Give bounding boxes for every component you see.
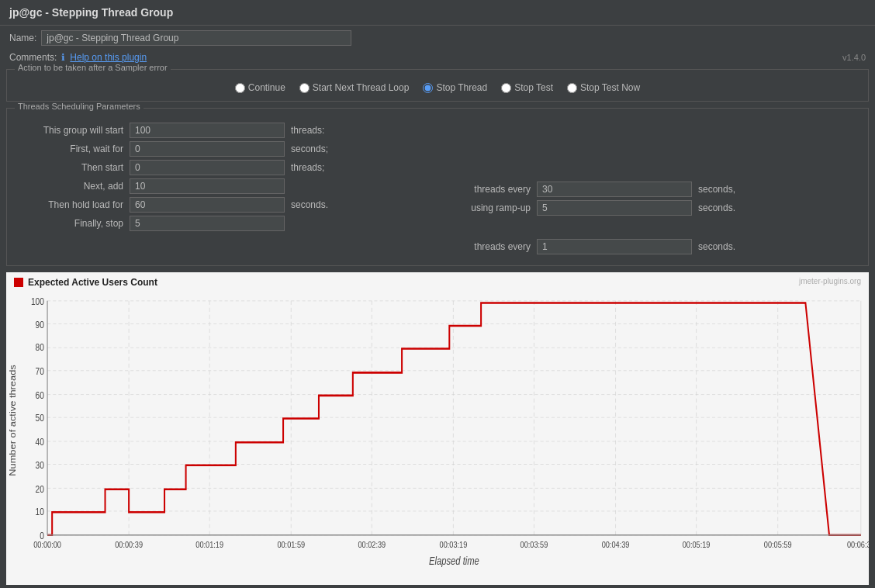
input-this-group-will-start[interactable] [130, 123, 285, 138]
label-using-ramp-up: using ramp-up [438, 202, 531, 213]
threads-left-col: This group will start threads: First, wa… [15, 123, 438, 258]
radio-stop-test[interactable]: Stop Test [501, 82, 553, 93]
svg-text:80: 80 [36, 341, 44, 352]
unit-threads-every-1: seconds, [698, 184, 735, 195]
label-next-add: Next, add [15, 181, 123, 192]
chart-legend-dot [14, 278, 23, 287]
radio-stop-thread[interactable]: Stop Thread [423, 82, 487, 93]
threads-right-col: threads every seconds, using ramp-up sec… [438, 123, 860, 258]
svg-text:100: 100 [31, 296, 44, 306]
threads-section: Threads Scheduling Parameters This group… [6, 108, 869, 266]
label-then-hold: Then hold load for [15, 199, 123, 210]
info-icon: ℹ [61, 52, 65, 63]
svg-text:70: 70 [36, 365, 44, 376]
radio-stop-test-input[interactable] [501, 83, 511, 93]
chart-title-row: Expected Active Users Count [6, 272, 165, 289]
label-then-start: Then start [15, 162, 123, 173]
radio-continue-input[interactable] [235, 83, 245, 93]
chart-svg: 0 10 20 30 40 50 60 70 80 90 100 00:00:0… [6, 291, 869, 585]
unit-threads-every-2: seconds. [698, 241, 735, 252]
label-this-group-will-start: This group will start [15, 125, 123, 136]
svg-text:60: 60 [36, 389, 44, 400]
svg-text:00:03:59: 00:03:59 [521, 540, 548, 549]
svg-text:40: 40 [36, 436, 44, 447]
svg-text:00:01:19: 00:01:19 [195, 540, 223, 549]
radio-start-next[interactable]: Start Next Thread Loop [299, 82, 410, 93]
input-next-add[interactable] [130, 178, 285, 194]
svg-text:00:02:39: 00:02:39 [358, 540, 386, 549]
title-bar: jp@gc - Stepping Thread Group [0, 0, 875, 26]
svg-text:10: 10 [36, 506, 44, 517]
radio-stop-test-label: Stop Test [514, 82, 553, 93]
row-using-ramp-up: using ramp-up seconds. [438, 200, 860, 216]
error-radio-group: Continue Start Next Thread Loop Stop Thr… [15, 82, 860, 93]
radio-stop-test-now[interactable]: Stop Test Now [567, 82, 640, 93]
window-title: jp@gc - Stepping Thread Group [9, 6, 173, 19]
name-input[interactable] [41, 30, 351, 46]
label-threads-every-1: threads every [438, 184, 531, 195]
svg-text:00:06:39: 00:06:39 [847, 540, 869, 549]
row-this-group-will-start: This group will start threads: [15, 123, 438, 138]
row-first-wait-for: First, wait for seconds; [15, 141, 438, 157]
svg-text:00:01:59: 00:01:59 [277, 540, 305, 549]
unit-then-start: threads; [291, 162, 324, 173]
threads-section-title: Threads Scheduling Parameters [15, 102, 144, 111]
svg-text:00:04:39: 00:04:39 [602, 540, 630, 549]
radio-start-next-label: Start Next Thread Loop [313, 82, 410, 93]
row-next-add: Next, add [15, 178, 438, 194]
input-threads-every-2[interactable] [537, 239, 692, 254]
row-then-hold: Then hold load for seconds. [15, 197, 438, 213]
label-threads-every-2: threads every [438, 241, 531, 252]
version-label: v1.4.0 [842, 53, 866, 62]
svg-text:00:05:59: 00:05:59 [764, 540, 792, 549]
label-finally-stop: Finally, stop [15, 218, 123, 229]
svg-text:00:00:00: 00:00:00 [33, 540, 61, 549]
comments-label: Comments: [9, 52, 57, 63]
radio-start-next-input[interactable] [299, 83, 310, 93]
radio-stop-thread-label: Stop Thread [436, 82, 487, 93]
svg-text:50: 50 [36, 412, 44, 423]
unit-then-hold: seconds. [291, 199, 328, 210]
radio-stop-test-now-input[interactable] [567, 83, 577, 93]
error-section-title: Action to be taken after a Sampler error [15, 63, 171, 72]
chart-title: Expected Active Users Count [28, 277, 157, 288]
label-first-wait-for: First, wait for [15, 144, 123, 154]
radio-continue[interactable]: Continue [235, 82, 285, 93]
threads-cols: This group will start threads: First, wa… [15, 123, 860, 258]
svg-text:0: 0 [40, 530, 44, 541]
name-label: Name: [9, 33, 36, 43]
row-threads-every-2: threads every seconds. [438, 239, 860, 254]
chart-svg-container: 0 10 20 30 40 50 60 70 80 90 100 00:00:0… [6, 291, 869, 585]
svg-text:00:03:19: 00:03:19 [440, 540, 468, 549]
radio-stop-thread-input[interactable] [423, 83, 433, 93]
unit-this-group-will-start: threads: [291, 125, 324, 136]
row-finally-stop: Finally, stop [15, 216, 438, 231]
name-row: Name: [0, 26, 875, 50]
input-then-hold[interactable] [130, 197, 285, 213]
svg-text:Elapsed time: Elapsed time [429, 555, 479, 568]
svg-text:Number of active threads: Number of active threads [9, 365, 17, 476]
input-then-start[interactable] [130, 160, 285, 175]
chart-area: Expected Active Users Count jmeter-plugi… [6, 272, 869, 585]
unit-first-wait-for: seconds; [291, 144, 328, 154]
main-window: jp@gc - Stepping Thread Group Name: Comm… [0, 0, 875, 588]
input-finally-stop[interactable] [130, 216, 285, 231]
svg-text:20: 20 [36, 483, 44, 493]
error-action-section: Action to be taken after a Sampler error… [6, 69, 869, 102]
row-threads-every-1: threads every seconds, [438, 182, 860, 197]
input-using-ramp-up[interactable] [537, 200, 692, 216]
chart-watermark-top: jmeter-plugins.org [799, 277, 861, 285]
svg-text:00:00:39: 00:00:39 [115, 540, 143, 549]
input-threads-every-1[interactable] [537, 182, 692, 197]
unit-using-ramp-up: seconds. [698, 202, 735, 213]
input-first-wait-for[interactable] [130, 141, 285, 157]
radio-stop-test-now-label: Stop Test Now [580, 82, 640, 93]
help-link[interactable]: Help on this plugin [70, 52, 147, 63]
svg-text:00:05:19: 00:05:19 [683, 540, 711, 549]
radio-continue-label: Continue [248, 82, 285, 93]
row-then-start: Then start threads; [15, 160, 438, 175]
svg-text:90: 90 [36, 318, 44, 329]
svg-text:30: 30 [36, 459, 44, 470]
